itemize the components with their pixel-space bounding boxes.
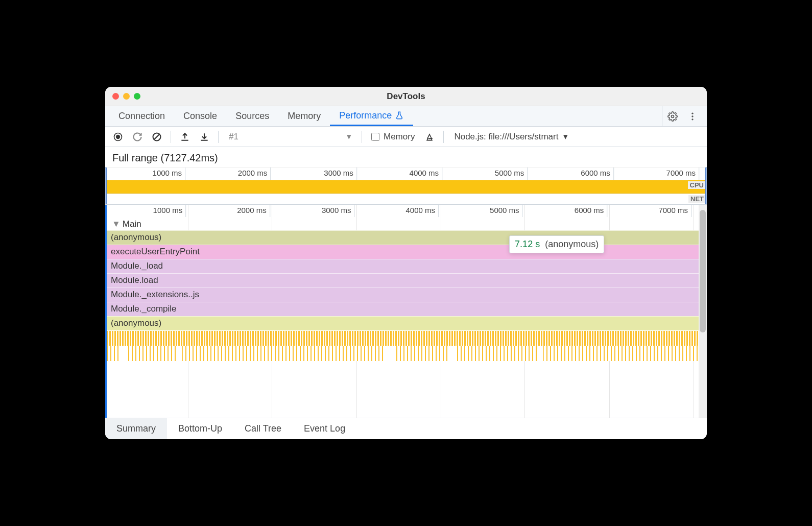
memory-checkbox-input[interactable]: [371, 133, 379, 141]
ruler-tick: 1000 ms: [153, 169, 182, 177]
tab-label: Summary: [116, 423, 156, 434]
ruler-tick: 2000 ms: [237, 206, 267, 214]
flame-bar[interactable]: Module._extensions..js: [107, 288, 699, 302]
flame-chart[interactable]: 1000 ms 2000 ms 3000 ms 4000 ms 5000 ms …: [105, 205, 699, 418]
flame-bar[interactable]: Module._load: [107, 259, 699, 273]
flask-icon: [395, 111, 404, 120]
ruler-tick: 4000 ms: [410, 169, 439, 177]
flame-bar-label: executeUserEntryPoint: [111, 247, 200, 256]
tab-label: Bottom-Up: [178, 423, 222, 434]
net-band-label: NET: [688, 195, 706, 203]
scrollbar-thumb[interactable]: [700, 210, 706, 332]
tab-performance[interactable]: Performance: [330, 106, 413, 126]
reload-icon: [132, 132, 142, 142]
details-tab-summary[interactable]: Summary: [105, 418, 167, 439]
track-name: Main: [123, 219, 141, 229]
close-window-button[interactable]: [112, 93, 119, 100]
ruler-tick: 5000 ms: [490, 206, 519, 214]
profile-dropdown[interactable]: #1 ▾: [224, 131, 356, 142]
chevron-down-icon: ▼: [112, 219, 121, 229]
more-vertical-icon: [687, 111, 698, 122]
ruler-tick: 6000 ms: [575, 206, 604, 214]
flame-bar-label: Module.load: [111, 275, 158, 285]
minimize-window-button[interactable]: [123, 93, 130, 100]
titlebar: DevTools: [105, 87, 707, 106]
chevron-down-icon: ▾: [347, 131, 351, 142]
details-tab-eventlog[interactable]: Event Log: [293, 418, 356, 439]
cpu-overview-band[interactable]: CPU: [105, 180, 707, 194]
flame-bar-label: Module._extensions..js: [111, 290, 199, 299]
tab-label: Memory: [288, 111, 321, 122]
performance-toolbar: #1 ▾ Memory Node.js: file:///Users/stmar…: [105, 127, 707, 147]
ruler-tick: 4000 ms: [405, 206, 435, 214]
flame-ruler[interactable]: 1000 ms 2000 ms 3000 ms 4000 ms 5000 ms …: [107, 205, 699, 218]
flame-bar[interactable]: Module.load: [107, 273, 699, 288]
flame-dense-row[interactable]: [107, 346, 699, 361]
flame-scrollbar[interactable]: [699, 205, 707, 418]
tooltip-time: 7.12 s: [515, 239, 540, 250]
flame-dense-row[interactable]: [107, 330, 699, 346]
ruler-tick: 6000 ms: [581, 169, 610, 177]
ruler-tick: 1000 ms: [153, 206, 183, 214]
svg-point-3: [691, 118, 693, 120]
flame-bar-label: (anonymous): [111, 232, 161, 242]
traffic-lights: [105, 93, 140, 100]
devtools-window: DevTools Connection Console Sources Memo…: [105, 87, 707, 439]
tab-console[interactable]: Console: [174, 106, 226, 126]
overview-handle-right[interactable]: [705, 168, 707, 204]
overview-handle-left[interactable]: [105, 168, 107, 204]
ruler-tick: 2000 ms: [238, 169, 268, 177]
tab-label: Sources: [235, 111, 269, 122]
details-tab-bottomup[interactable]: Bottom-Up: [167, 418, 233, 439]
zoom-window-button[interactable]: [134, 93, 140, 100]
gear-icon: [667, 111, 678, 122]
tab-label: Event Log: [304, 423, 345, 434]
ruler-tick: 7000 ms: [666, 169, 696, 177]
upload-icon: [180, 132, 190, 142]
record-button[interactable]: [109, 128, 127, 146]
ruler-tick: 7000 ms: [658, 206, 688, 214]
flame-tooltip: 7.12 s (anonymous): [509, 235, 604, 253]
tab-connection[interactable]: Connection: [109, 106, 174, 126]
timeline-overview: Full range (7127.42ms) 1000 ms 2000 ms 3…: [105, 147, 707, 205]
main-track-header[interactable]: ▼ Main: [107, 218, 699, 230]
svg-point-5: [116, 134, 120, 138]
memory-checkbox[interactable]: Memory: [367, 132, 419, 142]
ruler-tick: 5000 ms: [495, 169, 524, 177]
range-label: Full range (7127.42ms): [105, 147, 707, 168]
tooltip-name: (anonymous): [545, 239, 599, 250]
clear-button[interactable]: [148, 128, 165, 146]
tab-sources[interactable]: Sources: [226, 106, 278, 126]
collect-garbage-button[interactable]: [421, 128, 438, 146]
reload-button[interactable]: [129, 128, 146, 146]
overview-ruler[interactable]: 1000 ms 2000 ms 3000 ms 4000 ms 5000 ms …: [105, 168, 707, 180]
context-dropdown[interactable]: Node.js: file:///Users/stmart ▾: [449, 131, 573, 142]
details-tab-calltree[interactable]: Call Tree: [233, 418, 293, 439]
more-button[interactable]: [682, 106, 703, 126]
flame-bar-label: Module._compile: [111, 304, 177, 314]
broom-icon: [424, 132, 435, 142]
record-icon: [113, 132, 123, 142]
net-overview-band[interactable]: NET: [105, 194, 707, 204]
panel-tabstrip: Connection Console Sources Memory Perfor…: [105, 106, 707, 127]
settings-button[interactable]: [662, 106, 682, 126]
flame-bar[interactable]: Module._compile: [107, 302, 699, 316]
tab-label: Connection: [118, 111, 165, 122]
save-profile-button[interactable]: [196, 128, 213, 146]
tab-memory[interactable]: Memory: [278, 106, 330, 126]
flame-bar[interactable]: executeUserEntryPoint: [107, 245, 699, 259]
flame-chart-pane: 1000 ms 2000 ms 3000 ms 4000 ms 5000 ms …: [105, 205, 707, 418]
window-title: DevTools: [105, 91, 707, 102]
context-label: Node.js: file:///Users/stmart: [454, 132, 558, 142]
flame-bar-label: Module._load: [111, 261, 163, 271]
cpu-band-label: CPU: [688, 181, 706, 189]
flame-bar-label: (anonymous): [111, 318, 161, 328]
ruler-tick: 3000 ms: [322, 206, 351, 214]
no-entry-icon: [152, 132, 162, 142]
load-profile-button[interactable]: [176, 128, 194, 146]
details-tabstrip: Summary Bottom-Up Call Tree Event Log: [105, 418, 707, 439]
tab-label: Console: [183, 111, 217, 122]
flame-bar[interactable]: (anonymous): [107, 230, 699, 245]
flame-bar[interactable]: (anonymous): [107, 316, 699, 330]
svg-point-0: [671, 115, 674, 117]
